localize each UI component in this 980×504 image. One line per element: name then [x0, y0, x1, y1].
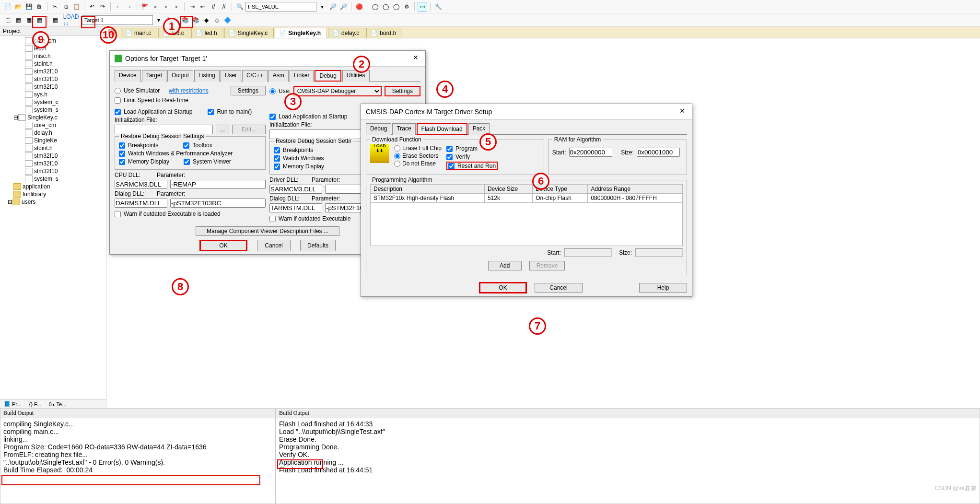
tab-cpp[interactable]: C/C++: [242, 70, 268, 82]
save-icon[interactable]: 💾: [24, 2, 34, 12]
tree-file[interactable]: stm32f10: [2, 75, 106, 83]
tree-file[interactable]: system_c: [2, 98, 106, 106]
tree-file[interactable]: stm32f10: [2, 68, 106, 75]
use-simulator-radio[interactable]: [115, 88, 121, 94]
cut-icon[interactable]: ✂: [50, 2, 60, 12]
tree-folder[interactable]: application: [2, 183, 106, 190]
manage-component-button[interactable]: Manage Component Viewer Description File…: [196, 226, 339, 236]
rebuild-icon[interactable]: ▦: [24, 15, 34, 25]
config-icon[interactable]: ⚙: [402, 2, 411, 12]
bm-next-icon[interactable]: ▫: [161, 2, 171, 12]
pack-icon[interactable]: ◆: [201, 15, 211, 25]
warn-check-left[interactable]: [115, 211, 121, 217]
tree-file[interactable]: sys.h: [2, 91, 106, 98]
tab-linker[interactable]: Linker: [290, 70, 314, 82]
file-tab[interactable]: 📄led.c: [158, 28, 190, 38]
project-tree[interactable]: core_cm led.h misc.h stdint.h stm32f10 s…: [0, 36, 106, 399]
uncomment-icon[interactable]: //: [219, 2, 229, 12]
file-tab[interactable]: 📄SingleKey.c: [224, 28, 274, 38]
tree-folder[interactable]: funlibrary: [2, 190, 106, 198]
tree-file[interactable]: misc.h: [2, 52, 106, 60]
stop-build-icon[interactable]: ▦: [50, 15, 60, 25]
verify-check[interactable]: [446, 154, 453, 160]
warn-check-right[interactable]: [269, 216, 276, 222]
drv-tab-debug[interactable]: Debug: [366, 123, 391, 135]
drv-ok-button[interactable]: OK: [479, 282, 527, 293]
tab-device[interactable]: Device: [115, 70, 141, 82]
insert-icon[interactable]: ◯: [370, 2, 380, 12]
panel-tab-functions[interactable]: {} F...: [25, 400, 45, 408]
close-icon[interactable]: ✕: [677, 107, 687, 117]
undo-icon[interactable]: ↶: [87, 2, 97, 12]
ram-start-input[interactable]: [569, 148, 612, 157]
add-button[interactable]: Add: [488, 261, 522, 270]
debugger-select[interactable]: CMSIS-DAP Debugger: [293, 86, 382, 96]
rte-icon[interactable]: 🔷: [222, 15, 232, 25]
find-combo[interactable]: [245, 2, 316, 12]
bm-clear-icon[interactable]: ▫: [172, 2, 181, 12]
close-icon[interactable]: ✕: [411, 54, 420, 63]
settings-button-right[interactable]: Settings: [385, 86, 420, 96]
memdisp-check-r[interactable]: [274, 164, 280, 170]
dlg-param-input[interactable]: [170, 199, 266, 208]
tree-file[interactable]: system_s: [2, 106, 106, 114]
tab-target[interactable]: Target: [142, 70, 166, 82]
dlg-dll-input[interactable]: [115, 199, 167, 208]
erase-sectors-radio[interactable]: [394, 153, 400, 159]
tree-group[interactable]: ⊟ SingleKey.c: [2, 114, 106, 121]
file-tab[interactable]: 📄led.h: [191, 28, 223, 38]
manage2-icon[interactable]: 📚: [191, 15, 200, 25]
batch-icon[interactable]: ▦: [35, 15, 44, 25]
tree-folder[interactable]: ⊟ users: [2, 198, 106, 206]
erase-full-radio[interactable]: [394, 145, 400, 152]
file-tab[interactable]: 📄main.c: [121, 28, 157, 38]
translate-icon[interactable]: ⬚: [3, 15, 12, 25]
tree-file[interactable]: stm32f10: [2, 167, 106, 175]
cpu-param-input[interactable]: [170, 180, 266, 189]
cancel-button[interactable]: Cancel: [257, 240, 291, 251]
settings-button-left[interactable]: Settings: [231, 86, 266, 95]
target-dd-icon[interactable]: ▾: [154, 15, 163, 25]
tree-file[interactable]: stm32f10: [2, 83, 106, 91]
tree-file[interactable]: system_s: [2, 175, 106, 183]
debug-icon[interactable]: 🔴: [354, 2, 364, 12]
dlg-dll-input-r[interactable]: [269, 203, 322, 212]
watch-check-r[interactable]: [274, 155, 280, 162]
build-text-left[interactable]: compiling SingleKey.c... compiling main.…: [0, 418, 275, 476]
fwd-icon[interactable]: →: [124, 2, 134, 12]
incr-icon[interactable]: 🔎: [338, 2, 348, 12]
drv-tab-trace[interactable]: Trace: [392, 123, 415, 135]
open-icon[interactable]: 📂: [13, 2, 23, 12]
drv-tab-flash[interactable]: Flash Download: [417, 123, 467, 135]
tree-file[interactable]: stdint.h: [2, 60, 106, 68]
defaults-button[interactable]: Defaults: [300, 240, 336, 251]
tree-file[interactable]: led.h: [2, 45, 106, 52]
download-icon[interactable]: LOAD↓↓: [66, 15, 76, 25]
watch-perf-check[interactable]: [119, 151, 125, 157]
insert2-icon[interactable]: ◯: [381, 2, 390, 12]
outdent-icon[interactable]: ⇤: [198, 2, 208, 12]
find-icon[interactable]: 🔍: [235, 2, 245, 12]
target-select[interactable]: [82, 15, 153, 25]
bp-check[interactable]: [119, 142, 125, 149]
build-text-right[interactable]: Flash Load finished at 16:44:33 Load "..…: [276, 418, 980, 476]
browse-button[interactable]: ...: [216, 125, 229, 134]
save-all-icon[interactable]: 🗎: [35, 2, 44, 12]
toolbox-check[interactable]: [183, 142, 189, 149]
pack2-icon[interactable]: ◇: [212, 15, 222, 25]
tab-utilities[interactable]: Utilities: [342, 70, 370, 82]
window-icon[interactable]: ▭: [418, 2, 427, 12]
bm-prev-icon[interactable]: ▫: [151, 2, 160, 12]
load-app-right-check[interactable]: [269, 114, 276, 120]
tree-file[interactable]: SingleKe: [2, 137, 106, 144]
drv-help-button[interactable]: Help: [639, 283, 687, 293]
ram-size-input[interactable]: [637, 148, 680, 157]
table-row[interactable]: STM32F10x High-density Flash512kOn-chip …: [371, 194, 683, 203]
close-tab-icon[interactable]: ✕: [108, 29, 115, 35]
restrictions-link[interactable]: with restrictions: [169, 87, 209, 94]
tree-file[interactable]: delay.h: [2, 129, 106, 137]
use-debugger-radio[interactable]: [269, 88, 276, 94]
load-app-left-check[interactable]: [115, 109, 121, 115]
tree-file[interactable]: core_cm: [2, 37, 106, 45]
tree-file[interactable]: stm32f10: [2, 160, 106, 167]
